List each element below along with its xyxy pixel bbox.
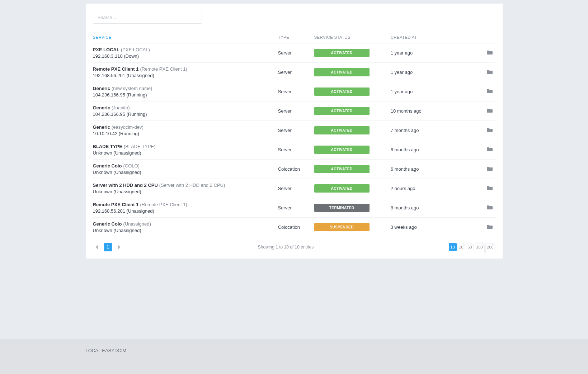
table-row: BLADE TYPE(BLADE TYPE)Unknown (Unassigne…	[93, 140, 495, 160]
table-row: PXE LOCAL(PXE LOCAL)192.168.3.110 (Down)…	[93, 43, 495, 63]
status-badge: ACTIVATED	[314, 107, 370, 115]
status-badge: TERMINATED	[314, 204, 370, 212]
service-type: Server	[278, 140, 314, 160]
status-badge: ACTIVATED	[314, 146, 370, 154]
service-subtitle: (PXE LOCAL)	[121, 47, 150, 52]
folder-icon[interactable]	[487, 224, 493, 229]
created-at: 6 months ago	[391, 160, 479, 179]
created-at: 1 year ago	[391, 63, 479, 82]
services-card: SERVICE TYPE SERVICE STATUS CREATED AT P…	[86, 4, 503, 259]
service-type: Server	[278, 179, 314, 198]
service-address: 10.10.10.42 (Running)	[93, 131, 275, 136]
service-name[interactable]: Remote PXE Client 1	[93, 202, 139, 207]
service-name[interactable]: Server with 2 HDD and 2 CPU	[93, 183, 158, 188]
status-badge: ACTIVATED	[314, 49, 370, 57]
folder-icon[interactable]	[487, 205, 493, 210]
service-type: Server	[278, 82, 314, 101]
status-badge: SUSPENDED	[314, 223, 370, 231]
created-at: 10 months ago	[391, 101, 479, 121]
service-subtitle: (Juanito)	[112, 105, 130, 110]
footer: LOCAL EASYDCIM	[0, 339, 588, 374]
status-badge: ACTIVATED	[314, 184, 370, 193]
created-at: 6 months ago	[391, 140, 479, 160]
created-at: 1 year ago	[391, 43, 479, 63]
service-address: 192.168.56.201 (Unassigned)	[93, 208, 275, 214]
service-type: Server	[278, 121, 314, 140]
service-name[interactable]: Generic	[93, 105, 110, 110]
search-container	[93, 11, 495, 24]
service-address: Unknown (Unassigned)	[93, 170, 275, 175]
created-at: 7 months ago	[391, 121, 479, 140]
service-address: 192.168.3.110 (Down)	[93, 53, 275, 59]
folder-icon[interactable]	[487, 108, 493, 113]
folder-icon[interactable]	[487, 147, 493, 152]
created-at: 3 weeks ago	[391, 218, 479, 237]
status-badge: ACTIVATED	[314, 126, 370, 134]
service-name[interactable]: PXE LOCAL	[93, 47, 119, 52]
created-at: 8 months ago	[391, 198, 479, 218]
service-address: Unknown (Unassigned)	[93, 228, 275, 233]
footer-text: LOCAL EASYDCIM	[86, 348, 503, 353]
service-name[interactable]: Generic	[93, 86, 110, 91]
service-subtitle: (Remote PXE Client 1)	[140, 202, 187, 207]
folder-icon[interactable]	[487, 89, 493, 94]
service-subtitle: (new system name)	[112, 86, 152, 91]
service-name[interactable]: BLADE TYPE	[93, 144, 122, 149]
table-row: Remote PXE Client 1(Remote PXE Client 1)…	[93, 63, 495, 82]
service-subtitle: (Unassigned)	[123, 221, 151, 227]
col-header-created[interactable]: CREATED AT	[391, 32, 479, 43]
service-type: Colocation	[278, 160, 314, 179]
page-size-option[interactable]: 10	[449, 243, 457, 251]
page-size-selector: 102050100200	[449, 243, 495, 251]
pagination: 1	[93, 243, 123, 251]
table-row: Remote PXE Client 1(Remote PXE Client 1)…	[93, 198, 495, 218]
service-address: Unknown (Unassigned)	[93, 189, 275, 194]
folder-icon[interactable]	[487, 50, 493, 55]
entries-summary: Showing 1 to 10 of 10 entries	[258, 245, 314, 250]
status-badge: ACTIVATED	[314, 87, 370, 96]
page-prev[interactable]	[93, 243, 102, 251]
service-type: Server	[278, 43, 314, 63]
page-size-option[interactable]: 20	[457, 243, 465, 251]
service-name[interactable]: Generic	[93, 124, 110, 130]
table-row: Generic(new system name)104.236.166.95 (…	[93, 82, 495, 101]
service-name[interactable]: Generic Colo	[93, 221, 122, 227]
service-address: 104.236.166.95 (Running)	[93, 92, 275, 98]
col-header-type[interactable]: TYPE	[278, 32, 314, 43]
service-subtitle: (BLADE TYPE)	[124, 144, 156, 149]
page-size-option[interactable]: 50	[466, 243, 474, 251]
table-row: Generic Colo(COLO)Unknown (Unassigned)Co…	[93, 160, 495, 179]
pagination-row: 1 Showing 1 to 10 of 10 entries 10205010…	[93, 243, 495, 251]
folder-icon[interactable]	[487, 185, 493, 190]
service-type: Colocation	[278, 218, 314, 237]
services-table: SERVICE TYPE SERVICE STATUS CREATED AT P…	[93, 32, 495, 237]
service-subtitle: (COLO)	[123, 163, 140, 169]
table-row: Generic Colo(Unassigned)Unknown (Unassig…	[93, 218, 495, 237]
page-next[interactable]	[114, 243, 123, 251]
service-address: Unknown (Unassigned)	[93, 150, 275, 156]
service-subtitle: (Remote PXE Client 1)	[140, 66, 187, 72]
folder-icon[interactable]	[487, 69, 493, 74]
table-row: Generic(Juanito)104.236.166.95 (Running)…	[93, 101, 495, 121]
service-name[interactable]: Remote PXE Client 1	[93, 66, 139, 72]
page-size-option[interactable]: 100	[475, 243, 485, 251]
page-number[interactable]: 1	[104, 243, 112, 251]
status-badge: ACTIVATED	[314, 165, 370, 173]
col-header-service[interactable]: SERVICE	[93, 32, 278, 43]
status-badge: ACTIVATED	[314, 68, 370, 76]
service-address: 104.236.166.95 (Running)	[93, 112, 275, 117]
service-type: Server	[278, 198, 314, 218]
col-header-status[interactable]: SERVICE STATUS	[314, 32, 391, 43]
service-name[interactable]: Generic Colo	[93, 163, 122, 169]
service-subtitle: (Server with 2 HDD and 2 CPU)	[159, 183, 225, 188]
created-at: 2 hours ago	[391, 179, 479, 198]
service-subtitle: (easydcim-dev)	[112, 124, 144, 130]
folder-icon[interactable]	[487, 127, 493, 132]
table-row: Server with 2 HDD and 2 CPU(Server with …	[93, 179, 495, 198]
folder-icon[interactable]	[487, 166, 493, 171]
service-type: Server	[278, 101, 314, 121]
service-type: Server	[278, 63, 314, 82]
page-size-option[interactable]: 200	[485, 243, 495, 251]
created-at: 1 year ago	[391, 82, 479, 101]
search-input[interactable]	[93, 11, 202, 24]
